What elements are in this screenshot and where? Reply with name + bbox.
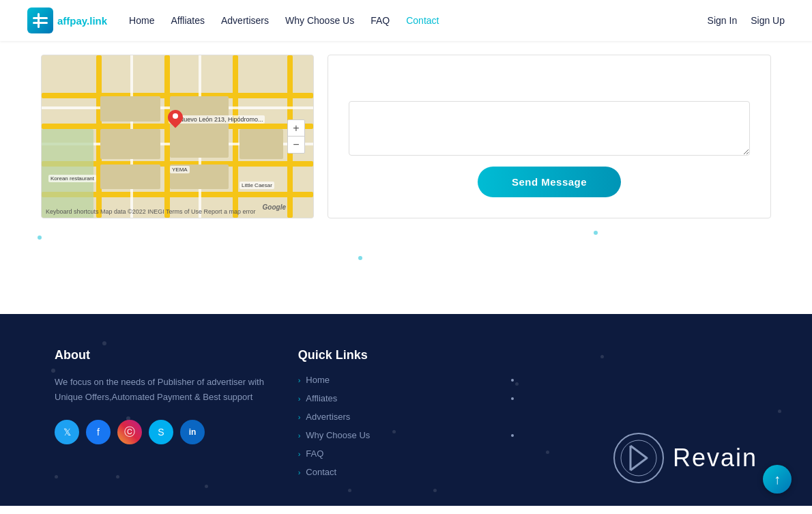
social-facebook[interactable]: f [86,420,111,444]
logo-text: affpay.link [57,15,107,27]
map-visual: Av Nuevo León 213, Hipódromo... + − Goog… [42,55,313,218]
footer-link-advertisers[interactable]: › Advertisers [298,412,514,422]
map-poi-label: Korean restaurant [48,175,96,182]
map-poi-label-yema: YEMA [170,166,190,173]
nav-link-faq[interactable]: FAQ [371,15,390,26]
footer-link-why[interactable]: › Why Choose Us [298,430,514,440]
footer-link-faq[interactable]: › FAQ [298,448,514,459]
svg-point-4 [621,440,656,476]
map-footer-text: Keyboard shortcuts Map data ©2022 INEGI … [46,208,256,215]
footer-links-heading: Quick Links [298,348,514,362]
revain-text: Revain [673,444,757,472]
map-road [233,55,238,218]
fdot [433,489,437,492]
revain-icon [611,431,666,485]
map-block [100,165,160,189]
dot-3 [358,256,362,260]
svg-rect-0 [33,17,48,19]
footer-links-section: Quick Links › Home › Affliates › Adverti… [298,348,514,485]
nav-link-contact[interactable]: Contact [406,15,439,26]
map-block [100,96,160,122]
sign-in-button[interactable]: Sign In [708,15,738,26]
nav-link-advertisers[interactable]: Advertisers [221,15,269,26]
map-zoom-in[interactable]: + [288,120,304,137]
map-block [240,129,283,159]
map-zoom-controls: + − [287,119,305,154]
footer-link-contact[interactable]: › Contact [298,467,514,477]
footer-link-home[interactable]: › Home [298,375,514,385]
logo[interactable]: affpay.link [27,8,107,33]
dot-separator [511,434,514,437]
chevron-icon: › [298,431,301,440]
navbar: affpay.link Home Affliates Advertisers W… [0,0,812,41]
footer: About We focus on the needs of Publisher… [0,314,812,506]
fdot [102,341,106,345]
social-instagram[interactable]: ⓒ [117,420,142,444]
map-road [164,55,170,218]
scroll-to-top-button[interactable]: ↑ [763,465,792,494]
dot-separator [511,397,514,400]
map-block [100,129,160,159]
map-google-logo: Google [263,203,286,211]
chevron-icon: › [298,450,301,458]
revain-area: Revain [611,431,757,485]
map-card: Av Nuevo León 213, Hipódromo... + − Goog… [41,55,314,218]
footer-brand: Revain [541,348,757,485]
fdot [348,489,351,492]
map-pin [168,110,183,129]
form-card: Send Message [328,55,771,218]
nav-link-why[interactable]: Why Choose Us [285,15,354,26]
svg-rect-2 [38,13,40,28]
svg-point-3 [614,433,663,483]
social-twitter[interactable]: 𝕏 [55,420,79,444]
map-park [42,129,93,218]
social-icons: 𝕏 f ⓒ S in [55,420,271,444]
footer-about-text: We focus on the needs of Publisher of ad… [55,375,271,405]
nav-link-home[interactable]: Home [129,15,154,26]
map-zoom-out[interactable]: − [288,137,304,153]
dot-6 [594,231,598,235]
footer-about-heading: About [55,348,271,362]
chevron-icon: › [298,395,301,403]
nav-auth: Sign In Sign Up [708,15,785,26]
chevron-icon: › [298,468,301,476]
footer-grid: About We focus on the needs of Publisher… [55,348,757,485]
sign-up-button[interactable]: Sign Up [751,15,785,26]
social-skype[interactable]: S [149,420,173,444]
chevron-icon: › [298,413,301,421]
logo-icon [27,8,53,33]
map-poi-label-lc: Little Caesar [240,182,274,189]
chevron-icon: › [298,376,301,384]
main-content: Av Nuevo León 213, Hipódromo... + − Goog… [0,41,812,314]
dot-1 [38,235,42,240]
footer-link-affliates[interactable]: › Affliates [298,393,514,403]
footer-about-section: About We focus on the needs of Publisher… [55,348,271,485]
nav-link-affliates[interactable]: Affliates [171,15,205,26]
svg-rect-1 [33,22,48,24]
contact-row: Av Nuevo León 213, Hipódromo... + − Goog… [41,55,771,218]
send-message-button[interactable]: Send Message [478,167,621,197]
dot-separator [511,379,514,382]
social-linkedin[interactable]: in [180,420,205,444]
message-textarea[interactable] [349,101,750,156]
fdot [778,410,781,413]
nav-links: Home Affliates Advertisers Why Choose Us… [129,15,439,26]
